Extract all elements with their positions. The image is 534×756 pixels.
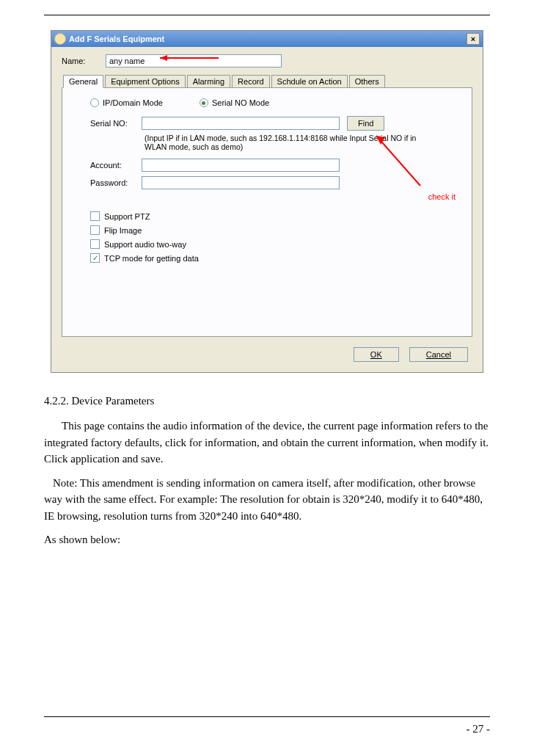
tab-alarming[interactable]: Alarming: [187, 75, 230, 88]
checkbox-support-ptz[interactable]: Support PTZ: [90, 211, 458, 221]
serial-no-label: Serial NO:: [90, 119, 134, 128]
tab-equipment-options[interactable]: Equipment Options: [105, 75, 186, 88]
serial-hint-text: (Input IP if in LAN mode, such as 192.16…: [145, 134, 438, 151]
checkbox-flip-image[interactable]: Flip Image: [90, 225, 458, 235]
annotation-check-it: check it: [428, 192, 456, 201]
paragraph-1: This page contains the audio information…: [44, 418, 490, 468]
add-equipment-dialog: Add F Serials Equipment × Name: General …: [51, 30, 483, 373]
tabstrip: General Equipment Options Alarming Recor…: [62, 75, 472, 88]
checkbox-label: Support PTZ: [104, 212, 150, 221]
account-input[interactable]: [142, 159, 340, 172]
radio-label: Serial NO Mode: [212, 98, 269, 107]
password-input[interactable]: [142, 176, 340, 189]
radio-label: IP/Domain Mode: [103, 98, 163, 107]
close-button[interactable]: ×: [467, 33, 480, 45]
serial-no-row: Serial NO: Find: [90, 116, 458, 131]
dialog-button-row: OK Cancel: [62, 347, 472, 362]
header-rule: [44, 15, 490, 15]
name-label: Name:: [62, 57, 98, 65]
page-number: - 27 -: [44, 716, 490, 735]
checkbox-icon: [90, 225, 100, 235]
checkbox-support-audio-two-way[interactable]: Support audio two-way: [90, 239, 458, 249]
account-row: Account:: [90, 159, 458, 172]
cancel-button-label: Cancel: [426, 350, 451, 359]
name-row: Name:: [62, 54, 472, 68]
checkbox-tcp-mode[interactable]: ✓ TCP mode for getting data: [90, 253, 458, 263]
dialog-titlebar: Add F Serials Equipment ×: [51, 31, 483, 47]
checkbox-group: Support PTZ Flip Image Support audio two…: [90, 211, 458, 263]
checkbox-icon: ✓: [90, 253, 100, 263]
radio-icon: [90, 98, 99, 107]
account-label: Account:: [90, 161, 134, 170]
checkbox-icon: [90, 211, 100, 221]
password-row: Password:: [90, 176, 458, 189]
dialog-title: Add F Serials Equipment: [69, 34, 164, 43]
tab-record[interactable]: Record: [232, 75, 269, 88]
radio-serial-no-mode[interactable]: Serial NO Mode: [200, 98, 269, 107]
radio-ip-domain-mode[interactable]: IP/Domain Mode: [90, 98, 163, 107]
serial-no-input[interactable]: [142, 117, 340, 130]
password-label: Password:: [90, 178, 134, 187]
cancel-button[interactable]: Cancel: [409, 347, 468, 362]
name-input[interactable]: [106, 54, 282, 68]
ok-button-label: OK: [370, 350, 382, 359]
tab-panel-general: IP/Domain Mode Serial NO Mode Serial NO:…: [62, 87, 472, 337]
radio-icon: [200, 98, 208, 107]
tab-general[interactable]: General: [63, 75, 103, 88]
checkbox-label: TCP mode for getting data: [104, 254, 199, 263]
checkbox-label: Flip Image: [104, 226, 142, 235]
find-button[interactable]: Find: [347, 116, 384, 131]
app-icon: [54, 33, 66, 45]
dialog-body: Name: General Equipment Options Alarming…: [51, 47, 483, 372]
paragraph-2: Note: This amendment is sending informat…: [44, 475, 490, 525]
mode-row: IP/Domain Mode Serial NO Mode: [90, 98, 458, 107]
section-heading: 4.2.2. Device Parameters: [44, 395, 490, 407]
tab-schedule-on-action[interactable]: Schdule on Action: [271, 75, 348, 88]
checkbox-icon: [90, 239, 100, 249]
tab-others[interactable]: Others: [349, 75, 385, 88]
checkbox-label: Support audio two-way: [104, 240, 186, 249]
paragraph-3: As shown below:: [44, 531, 490, 548]
ok-button[interactable]: OK: [354, 347, 399, 362]
